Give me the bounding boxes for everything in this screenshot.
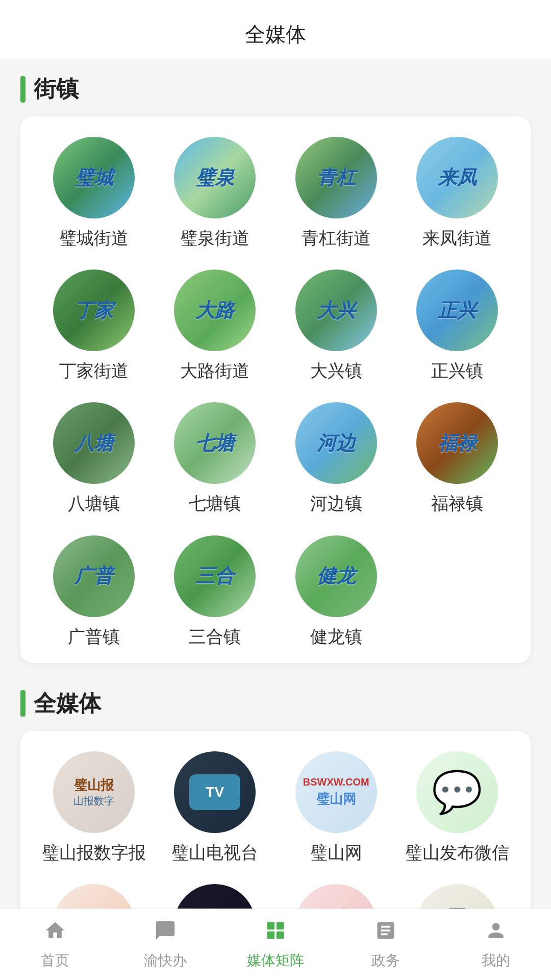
street-label-dingjia: 丁家街道 — [59, 359, 129, 382]
section-bar-streets — [20, 76, 26, 103]
street-label-laifeng: 来凤街道 — [422, 227, 492, 249]
street-avatar-zhengxing: 正兴 — [416, 270, 498, 351]
svg-rect-3 — [277, 931, 284, 939]
media-label-bishanTV: 璧山电视台 — [171, 841, 258, 864]
street-item-sanhe[interactable]: 三合 三合镇 — [157, 535, 273, 648]
street-avatar-label-dingjia: 丁家 — [74, 298, 113, 324]
media-item-bishanTV[interactable]: TV 璧山电视台 — [157, 751, 273, 864]
street-avatar-label-biancheng: 璧城 — [74, 165, 113, 191]
street-label-jianlong: 健龙镇 — [310, 625, 362, 648]
street-avatar-label-laifeng: 来凤 — [438, 165, 477, 191]
street-label-biancheng: 璧城街道 — [59, 227, 129, 249]
media-label-bishanwang: 璧山网 — [310, 841, 362, 864]
street-item-laifeng[interactable]: 来凤 来凤街道 — [399, 137, 516, 249]
street-label-qitang: 七塘镇 — [189, 492, 241, 514]
street-label-biquan: 璧泉街道 — [180, 227, 249, 249]
street-label-qinggang: 青杠街道 — [302, 227, 371, 249]
street-item-guangpu[interactable]: 广普 广普镇 — [36, 535, 152, 648]
media-item-bishanreport[interactable]: 璧山报山报数字 璧山报数字报 — [36, 751, 152, 864]
street-label-fulu: 福禄镇 — [431, 492, 483, 514]
street-avatar-label-hebian: 河边 — [317, 430, 356, 456]
street-avatar-label-batang: 八塘 — [74, 430, 113, 456]
street-label-batang: 八塘镇 — [68, 492, 120, 514]
street-item-batang[interactable]: 八塘 八塘镇 — [36, 402, 152, 514]
media-item-bishanweixin[interactable]: 💬 璧山发布微信 — [399, 751, 516, 864]
street-item-hebian[interactable]: 河边 河边镇 — [278, 402, 394, 514]
street-avatar-laifeng: 来凤 — [416, 137, 498, 218]
nav-label-media: 媒体矩阵 — [247, 951, 304, 970]
street-label-guangpu: 广普镇 — [68, 625, 120, 648]
media-item-bishanwang[interactable]: BSWXW.COM璧山网 璧山网 — [278, 751, 394, 864]
bottom-nav: 首页 渝快办 媒体矩阵 政务 我的 — [0, 909, 551, 980]
streets-grid: 璧城 璧城街道 璧泉 璧泉街道 青杠 青杠街道 来凤 来凤街道 丁家 丁家街道 … — [36, 137, 515, 648]
street-avatar-label-fulu: 福禄 — [438, 430, 477, 456]
street-avatar-label-guangpu: 广普 — [74, 563, 113, 589]
nav-item-gov[interactable]: 政务 — [331, 919, 441, 970]
street-avatar-hebian: 河边 — [295, 402, 377, 484]
street-avatar-biancheng: 璧城 — [53, 137, 135, 218]
street-item-dingjia[interactable]: 丁家 丁家街道 — [36, 270, 152, 382]
nav-icon-chat — [154, 919, 177, 947]
nav-label-home: 首页 — [41, 951, 69, 970]
nav-item-media[interactable]: 媒体矩阵 — [220, 919, 331, 970]
nav-icon-home — [44, 919, 66, 947]
street-avatar-label-jianlong: 健龙 — [317, 563, 356, 589]
nav-icon-mine — [485, 919, 507, 947]
page-title: 全媒体 — [0, 0, 551, 59]
street-item-dalu[interactable]: 大路 大路街道 — [157, 270, 273, 382]
street-item-biquan[interactable]: 璧泉 璧泉街道 — [157, 137, 273, 249]
street-avatar-fulu: 福禄 — [416, 402, 498, 484]
street-avatar-dalu: 大路 — [174, 270, 256, 351]
street-label-zhengxing: 正兴镇 — [431, 359, 483, 382]
street-avatar-label-biquan: 璧泉 — [195, 165, 234, 191]
street-item-fulu[interactable]: 福禄 福禄镇 — [399, 402, 516, 514]
nav-icon-gov — [374, 919, 397, 947]
media-label-bishanweixin: 璧山发布微信 — [405, 841, 509, 864]
svg-rect-2 — [267, 931, 275, 939]
street-item-daxing[interactable]: 大兴 大兴镇 — [278, 270, 394, 382]
street-item-zhengxing[interactable]: 正兴 正兴镇 — [399, 270, 516, 382]
street-avatar-dingjia: 丁家 — [53, 270, 135, 351]
street-avatar-sanhe: 三合 — [174, 535, 256, 617]
street-avatar-label-daxing: 大兴 — [317, 298, 356, 324]
street-avatar-label-qinggang: 青杠 — [317, 165, 356, 191]
section-title-media: 全媒体 — [34, 689, 101, 719]
main-content: 全媒体 街镇 璧城 璧城街道 璧泉 璧泉街道 青杠 青杠街道 来凤 来凤街道 — [0, 0, 551, 980]
street-item-qitang[interactable]: 七塘 七塘镇 — [157, 402, 273, 514]
section-bar-media — [20, 690, 26, 717]
street-label-sanhe: 三合镇 — [189, 625, 241, 648]
street-avatar-label-sanhe: 三合 — [195, 563, 234, 589]
section-title-streets: 街镇 — [34, 74, 79, 104]
nav-item-home[interactable]: 首页 — [0, 919, 110, 970]
street-avatar-daxing: 大兴 — [295, 270, 377, 351]
street-avatar-guangpu: 广普 — [53, 535, 135, 617]
street-avatar-jianlong: 健龙 — [295, 535, 377, 617]
media-avatar-bishanwang: BSWXW.COM璧山网 — [295, 751, 377, 833]
svg-rect-1 — [277, 922, 284, 929]
street-avatar-qitang: 七塘 — [174, 402, 256, 484]
street-item-biancheng[interactable]: 璧城 璧城街道 — [36, 137, 152, 249]
street-item-jianlong[interactable]: 健龙 健龙镇 — [278, 535, 394, 648]
street-avatar-batang: 八塘 — [53, 402, 135, 484]
nav-item-chat[interactable]: 渝快办 — [110, 919, 220, 970]
media-label-bishanreport: 璧山报数字报 — [42, 841, 146, 864]
street-avatar-qinggang: 青杠 — [295, 137, 377, 218]
media-avatar-bishanreport: 璧山报山报数字 — [53, 751, 135, 833]
street-avatar-biquan: 璧泉 — [174, 137, 256, 218]
nav-label-mine: 我的 — [482, 951, 510, 970]
nav-item-mine[interactable]: 我的 — [441, 919, 551, 970]
section-title-row-media: 全媒体 — [20, 689, 531, 719]
street-label-daxing: 大兴镇 — [310, 359, 362, 382]
streets-card: 璧城 璧城街道 璧泉 璧泉街道 青杠 青杠街道 来凤 来凤街道 丁家 丁家街道 … — [20, 116, 531, 663]
street-label-dalu: 大路街道 — [180, 359, 249, 382]
media-avatar-bishanTV: TV — [174, 751, 256, 833]
nav-label-chat: 渝快办 — [144, 951, 187, 970]
street-avatar-label-zhengxing: 正兴 — [438, 298, 477, 324]
section-title-row-streets: 街镇 — [20, 74, 531, 104]
street-label-hebian: 河边镇 — [310, 492, 362, 514]
street-avatar-label-dalu: 大路 — [195, 298, 234, 324]
media-avatar-bishanweixin: 💬 — [416, 751, 498, 833]
nav-label-gov: 政务 — [371, 951, 400, 970]
streets-section: 街镇 璧城 璧城街道 璧泉 璧泉街道 青杠 青杠街道 来凤 来凤街道 丁家 丁家… — [0, 59, 551, 673]
street-item-qinggang[interactable]: 青杠 青杠街道 — [278, 137, 394, 249]
